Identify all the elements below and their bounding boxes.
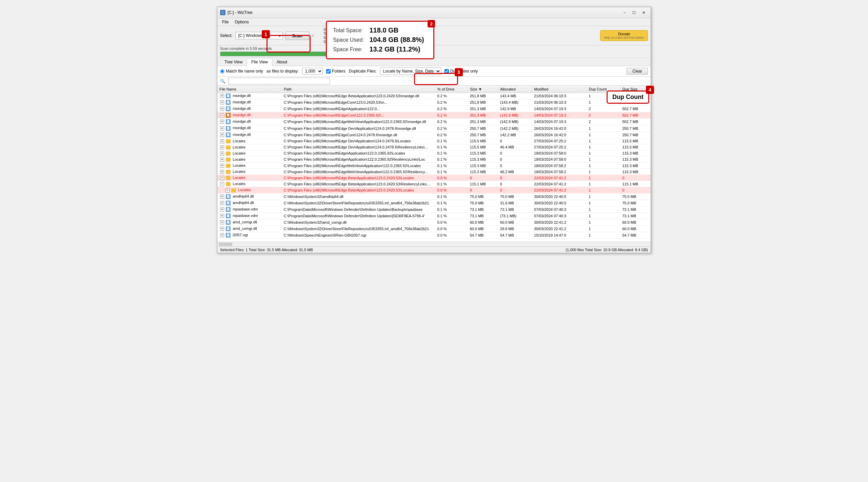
- table-row[interactable]: + 📄 l2057.ngr C:\Windows\Speech\Engines\…: [217, 232, 651, 239]
- expand-button[interactable]: +: [220, 220, 224, 224]
- expand-button[interactable]: +: [220, 139, 224, 143]
- col-file-name[interactable]: File Name: [217, 86, 282, 93]
- cell-dup-size: 115.3 MB: [620, 169, 650, 175]
- expand-button[interactable]: +: [220, 227, 224, 231]
- table-row[interactable]: + 📄 amd_comgr.dll C:\Windows\System32\am…: [217, 219, 651, 225]
- table-row[interactable]: + Locales C:\Program Files (x86)\Microso…: [217, 187, 651, 193]
- max-files-select[interactable]: 1,000: [302, 68, 323, 75]
- maximize-button[interactable]: ☐: [630, 9, 638, 16]
- drive-select[interactable]: [C:] Windows: [235, 32, 283, 39]
- cell-dup-count: 1: [587, 169, 620, 175]
- cell-dup-count: 1: [587, 156, 620, 162]
- cell-dup-count: 1: [587, 193, 620, 200]
- cell-dup-size: 115.3 MB: [620, 163, 650, 169]
- table-row[interactable]: + 📄 amdhip64.dll C:\Windows\System32\Dri…: [217, 200, 651, 206]
- table-row[interactable]: + 📄 msedge.dll C:\Program Files (x86)\Mi…: [217, 99, 651, 106]
- col-dup-count[interactable]: Dup Count: [587, 86, 620, 93]
- cell-dup-count: 1: [587, 150, 620, 156]
- table-row[interactable]: + Locales C:\Program Files (x86)\Microso…: [217, 150, 651, 156]
- col-allocated[interactable]: Allocated: [498, 86, 532, 93]
- cell-pct: 0.2 %: [435, 125, 468, 132]
- expand-button[interactable]: −: [220, 182, 224, 186]
- table-row[interactable]: + Locales C:\Program Files (x86)\Microso…: [217, 169, 651, 175]
- h-scrollbar[interactable]: [217, 242, 651, 246]
- cell-modified: 14/03/2024 07:19:3: [532, 119, 587, 125]
- file-name-text: Locales: [233, 163, 245, 167]
- menu-file[interactable]: File: [219, 19, 231, 25]
- expand-button[interactable]: +: [220, 207, 224, 212]
- table-row[interactable]: + Locales C:\Program Files (x86)\Microso…: [217, 156, 651, 162]
- scrollbar-thumb[interactable]: [219, 243, 232, 246]
- donate-button[interactable]: Donate Help us make WizTree better!: [600, 30, 648, 41]
- expand-button[interactable]: +: [220, 201, 224, 205]
- cell-path: C:\Program Files (x86)\Microsoft\Edge\Ap…: [282, 150, 435, 156]
- col-size[interactable]: Size ▼: [468, 86, 498, 93]
- table-row[interactable]: + 📄 mpasbase.vdm C:\ProgramData\Microsof…: [217, 213, 651, 219]
- expand-button[interactable]: +: [220, 113, 224, 117]
- expand-button[interactable]: +: [220, 233, 224, 237]
- duplicates-only-checkbox[interactable]: [445, 69, 449, 74]
- table-row[interactable]: + Locales C:\Program Files (x86)\Microso…: [217, 163, 651, 169]
- expand-button[interactable]: +: [220, 164, 224, 168]
- table-row[interactable]: + 📄 msedge.dll C:\Program Files (x86)\Mi…: [217, 125, 651, 132]
- expand-button[interactable]: +: [220, 133, 224, 137]
- table-row[interactable]: + 📄 amd_comgr.dll C:\Windows\System32\Dr…: [217, 225, 651, 232]
- locate-select[interactable]: Locate by Name, Size, Date: [380, 67, 441, 75]
- file-name-text: msedge.dll: [233, 113, 251, 117]
- table-row[interactable]: − Locales C:\Program Files (x86)\Microso…: [217, 181, 651, 187]
- filter-icon[interactable]: ▿: [312, 34, 314, 38]
- expand-button[interactable]: +: [225, 188, 230, 193]
- col-pct-drive[interactable]: % of Drive: [435, 86, 468, 93]
- expand-button[interactable]: +: [220, 170, 224, 174]
- cell-pct: 0.1 %: [435, 169, 468, 175]
- table-row[interactable]: + 📄 msedge.dll C:\Program Files (x86)\Mi…: [217, 106, 651, 112]
- match-filename-radio[interactable]: [220, 69, 224, 74]
- table-row[interactable]: + Locales C:\Program Files (x86)\Microso…: [217, 138, 651, 144]
- minimize-button[interactable]: −: [620, 9, 629, 16]
- menu-options[interactable]: Options: [232, 19, 251, 25]
- search-input[interactable]: [228, 78, 330, 84]
- scan-button[interactable]: Scan: [285, 32, 309, 40]
- cell-path: C:\Program Files (x86)\Microsoft\Edge Be…: [282, 187, 435, 193]
- table-row[interactable]: + 📄 msedge.dll C:\Program Files (x86)\Mi…: [217, 119, 651, 125]
- cell-pct: 0.0 %: [435, 225, 468, 232]
- clear-button[interactable]: Clear: [627, 68, 648, 75]
- expand-button[interactable]: +: [220, 152, 224, 156]
- cell-dup-count: 1: [587, 175, 620, 181]
- col-modified[interactable]: Modified: [532, 86, 587, 93]
- expand-button[interactable]: +: [220, 195, 224, 199]
- table-row[interactable]: + Locales C:\Program Files (x86)\Microso…: [217, 175, 651, 181]
- expand-button[interactable]: +: [220, 107, 224, 111]
- table-row[interactable]: + 📄 msedge.dll C:\Program Files (x86)\Mi…: [217, 112, 651, 119]
- col-path[interactable]: Path: [282, 86, 435, 93]
- expand-button[interactable]: +: [220, 120, 224, 124]
- table-row[interactable]: + 📄 msedge.dll C:\Program Files (x86)\Mi…: [217, 132, 651, 138]
- folders-checkbox[interactable]: [326, 69, 331, 74]
- table-row[interactable]: + Locales C:\Program Files (x86)\Microso…: [217, 144, 651, 150]
- cell-allocated: 60.0 MB: [498, 219, 532, 225]
- table-row[interactable]: + 📄 mpasbase.vdm C:\ProgramData\Microsof…: [217, 206, 651, 213]
- col-dup-size[interactable]: Dup Size: [620, 86, 650, 93]
- expand-button[interactable]: +: [220, 145, 224, 149]
- expand-button[interactable]: +: [220, 176, 224, 180]
- table-row[interactable]: + 📄 amdhip64.dll C:\Windows\System32\amd…: [217, 193, 651, 200]
- cell-modified: 21/03/2024 06:10:3: [532, 99, 587, 106]
- table-row[interactable]: + 📄 msedge.dll C:\Program Files (x86)\Mi…: [217, 93, 651, 99]
- tab-about[interactable]: About: [272, 58, 292, 66]
- expand-button[interactable]: +: [220, 158, 224, 162]
- cell-path: C:\Program Files (x86)\Microsoft\Edge Be…: [282, 181, 435, 187]
- tab-file-view[interactable]: File View: [247, 58, 272, 66]
- drive-info: Selection: [C:] Windows Total Space: 118…: [323, 27, 376, 44]
- expand-button[interactable]: +: [220, 214, 224, 218]
- total-space-label: Total Space:: [323, 32, 344, 36]
- tab-tree-view[interactable]: Tree View: [220, 58, 247, 66]
- cell-path: C:\Windows\System32\DriverStore\FileRepo…: [282, 200, 435, 206]
- progress-bar-container: [220, 52, 329, 56]
- expand-button[interactable]: +: [220, 126, 224, 130]
- cell-name: + Locales: [217, 175, 282, 181]
- file-icon: 📄: [226, 133, 231, 137]
- expand-button[interactable]: +: [220, 94, 224, 98]
- cell-name: + Locales: [217, 144, 282, 150]
- expand-button[interactable]: +: [220, 100, 224, 104]
- close-button[interactable]: ✕: [639, 9, 648, 16]
